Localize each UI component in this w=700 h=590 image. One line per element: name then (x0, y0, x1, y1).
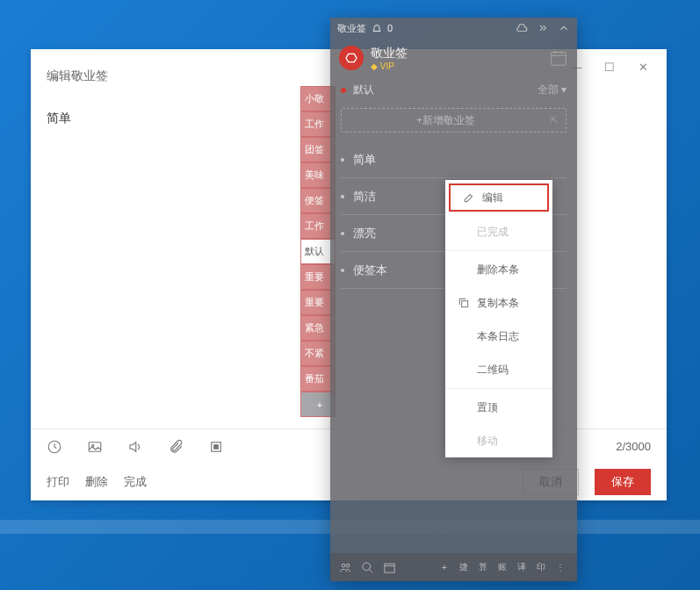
bottom-chip[interactable]: 算 (475, 559, 491, 575)
app-titlebar: 敬业签 0 (330, 18, 577, 39)
users-icon[interactable] (339, 561, 352, 574)
menu-edit[interactable]: 编辑 (449, 183, 549, 212)
bell-count: 0 (387, 23, 393, 33)
char-count: 2/3000 (616, 440, 651, 453)
copy-icon (458, 297, 470, 309)
delete-button[interactable]: 删除 (85, 474, 108, 490)
more-chip[interactable]: ⋮ (552, 559, 568, 575)
menu-qrcode[interactable]: 二维码 (445, 353, 552, 386)
category-row[interactable]: 默认 全部 ▾ (330, 77, 577, 103)
editor-title: 编辑敬业签 (47, 68, 108, 84)
svg-point-7 (342, 564, 345, 567)
app-name: 敬业签 (371, 46, 408, 61)
svg-point-9 (363, 562, 371, 570)
svg-rect-4 (214, 444, 219, 449)
note-item[interactable]: 简单 (341, 141, 566, 178)
image-icon[interactable] (87, 439, 103, 455)
svg-point-8 (346, 564, 350, 567)
calendar-icon[interactable] (549, 48, 568, 68)
app-logo[interactable] (339, 46, 364, 70)
double-chevron-icon[interactable] (537, 22, 549, 34)
close-button[interactable]: ✕ (626, 55, 660, 80)
menu-copy[interactable]: 复制本条 (445, 286, 552, 320)
expand-icon: ⇱ (550, 114, 559, 126)
bottom-chip[interactable]: 捷 (456, 559, 472, 575)
category-name: 默认 (353, 83, 374, 97)
svg-rect-6 (462, 301, 468, 307)
bottom-chip[interactable]: 印 (533, 559, 549, 575)
menu-delete[interactable]: 删除本条 (445, 253, 552, 286)
category-dot (341, 88, 346, 93)
app-bottom-bar: + 捷算账译印⋮ (330, 553, 577, 581)
svg-point-2 (92, 444, 94, 446)
menu-complete[interactable]: 已完成 (445, 215, 552, 248)
vip-badge: ◆ VIP (371, 61, 408, 71)
svg-rect-5 (552, 53, 566, 66)
category-filter[interactable]: 全部 ▾ (538, 83, 566, 97)
svg-rect-1 (89, 442, 101, 451)
app-header: 敬业签 ◆ VIP (330, 39, 577, 77)
menu-log[interactable]: 本条日志 (445, 320, 552, 353)
plus-chip[interactable]: + (437, 559, 452, 575)
context-menu: 编辑 已完成 删除本条 复制本条 本条日志 二维码 置顶 移动 (445, 180, 552, 457)
svg-rect-10 (385, 564, 394, 572)
stop-icon[interactable] (208, 439, 224, 455)
attachment-icon[interactable] (168, 439, 184, 455)
chevron-up-icon[interactable] (558, 22, 570, 34)
bell-icon[interactable] (372, 23, 382, 33)
app-titlebar-name: 敬业签 (337, 22, 366, 35)
complete-button[interactable]: 完成 (124, 474, 147, 490)
edit-icon (463, 191, 475, 204)
add-note-button[interactable]: +新增敬业签 ⇱ (341, 108, 566, 133)
sound-icon[interactable] (127, 439, 143, 455)
menu-pin[interactable]: 置顶 (445, 391, 552, 424)
app-window: 敬业签 0 敬业签 ◆ VIP 默认 全部 ▾ +新增敬业签 ⇱ 简单简洁漂亮便… (330, 18, 577, 581)
bottom-chip[interactable]: 译 (514, 559, 530, 575)
print-button[interactable]: 打印 (47, 474, 69, 490)
maximize-button[interactable]: ☐ (593, 55, 626, 80)
menu-move[interactable]: 移动 (445, 424, 552, 457)
search-icon[interactable] (361, 561, 374, 574)
clock-icon[interactable] (47, 439, 62, 455)
save-button[interactable]: 保存 (595, 469, 651, 495)
bottom-chip[interactable]: 账 (494, 559, 510, 575)
mini-calendar-icon[interactable] (383, 561, 396, 574)
cloud-icon[interactable] (516, 22, 528, 34)
